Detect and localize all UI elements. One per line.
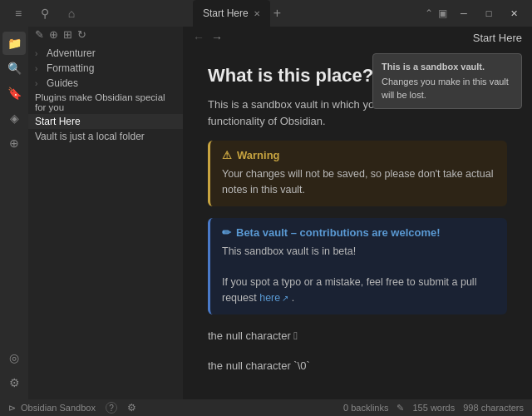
pencil-status-icon: ✎ [397,403,404,414]
null-char-1: the null character   [208,328,507,345]
null-char-1-text: the null character   [208,329,298,342]
tree-item-label: Vault is just a local folder [35,131,145,142]
hamburger-icon[interactable]: ≡ [7,2,30,25]
warning-title-text: Warning [237,149,280,161]
sidebar-icon-bar: 📁 🔍 🔖 ◈ ⊕ ◎ ⚙ [0,27,28,399]
null-char-2: the null character `\0` [208,358,507,375]
status-right: 0 backlinks ✎ 155 words 998 characters [343,403,524,414]
arrow-icon: › [35,49,43,58]
tree-item-start-here[interactable]: Start Here [28,114,183,129]
tab-bar: Start Here ✕ + [193,0,421,27]
tooltip-line2: Changes you make in this vault will be l… [382,76,513,102]
minimize-button[interactable]: ─ [452,5,475,22]
window-controls: ⌃ ▣ ─ □ ✕ [425,5,525,22]
layout-icon[interactable]: ▣ [435,6,451,21]
tree-item-adventurer[interactable]: › Adventurer [28,46,183,61]
beta-callout: ✏ Beta vault – contributions are welcome… [208,218,507,314]
status-left: ⊳ Obsidian Sandbox [8,403,96,414]
tree-item-label: Plugins make Obsidian special for you [35,92,176,112]
vault-icon: ⊳ [8,403,16,414]
file-tree-toolbar: ✎ ⊕ ⊞ ↻ [28,27,183,42]
title-bar: ≡ ⚲ ⌂ Start Here ✕ + ⌃ ▣ ─ □ ✕ [0,0,532,27]
tree-item-formatting[interactable]: › Formatting [28,61,183,76]
close-button[interactable]: ✕ [502,5,525,22]
main-layout: 📁 🔍 🔖 ◈ ⊕ ◎ ⚙ ✎ ⊕ ⊞ ↻ › Adventurer › For… [0,27,532,399]
sidebar-item-tags[interactable]: ⊕ [2,131,26,155]
char-count-status: 998 characters [463,403,524,413]
new-folder-icon[interactable]: ⊕ [49,28,58,41]
arrow-icon: › [35,64,43,73]
tree-item-label: Formatting [47,62,94,74]
file-tree: ✎ ⊕ ⊞ ↻ › Adventurer › Formatting › Guid… [28,27,183,399]
sandbox-tooltip: This is a sandbox vault. Changes you mak… [372,53,522,109]
word-count-status: 155 words [412,403,455,413]
arrow-icon: › [35,79,43,88]
tree-item-guides[interactable]: › Guides [28,76,183,91]
maximize-button[interactable]: □ [477,5,500,22]
content-area: ← → Start Here This is a sandbox vault. … [183,27,532,399]
tree-item-label: Start Here [35,116,81,127]
settings-button[interactable]: ⚙ [127,402,136,414]
sidebar-item-search[interactable]: 🔍 [2,57,26,80]
sort-icon[interactable]: ⊞ [63,28,72,41]
sidebar-item-bookmarks[interactable]: 🔖 [2,82,26,105]
tree-item-label: Guides [47,77,78,89]
add-tab-button[interactable]: + [273,6,281,21]
beta-callout-body: This sandbox vault is in beta! If you sp… [222,244,495,306]
beta-callout-title: ✏ Beta vault – contributions are welcome… [222,226,495,239]
warning-callout: ⚠ Warning Your changes will not be saved… [208,141,507,206]
chevron-icon: ⌃ [425,7,433,19]
beta-body-1: This sandbox vault is in beta! [222,245,356,257]
beta-body-3: . [292,292,294,304]
status-bar: ⊳ Obsidian Sandbox ? ⚙ 0 backlinks ✎ 155… [0,399,532,416]
here-link[interactable]: here [259,292,288,304]
tab-label: Start Here [203,7,249,19]
vault-name: Obsidian Sandbox [21,403,96,413]
refresh-icon[interactable]: ↻ [77,28,86,41]
sidebar-item-files[interactable]: 📁 [2,32,26,55]
tree-item-label: Adventurer [47,47,96,59]
title-bar-left: ≡ ⚲ ⌂ [7,2,190,25]
null-char-2-text: the null character `\0` [208,359,310,372]
help-icon[interactable]: ◎ [2,346,26,369]
help-button[interactable]: ? [106,402,117,414]
tab-close-icon[interactable]: ✕ [254,9,260,18]
backlinks-status[interactable]: 0 backlinks [343,403,388,413]
content-toolbar: ← → Start Here This is a sandbox vault. … [183,27,532,48]
back-button[interactable]: ← [193,31,204,44]
beta-title-text: Beta vault – contributions are welcome! [236,226,441,239]
search-icon[interactable]: ⚲ [33,2,57,25]
warning-callout-title: ⚠ Warning [222,149,495,161]
warning-callout-body: Your changes will not be saved, so pleas… [222,166,495,198]
warning-icon: ⚠ [222,149,232,161]
settings-icon[interactable]: ⚙ [2,371,26,394]
content-page-title: Start Here [473,32,522,44]
tree-item-vault[interactable]: Vault is just a local folder [28,129,183,144]
tooltip-line1: This is a sandbox vault. [382,61,513,73]
bookmark-icon[interactable]: ⌂ [60,2,83,25]
tree-item-plugins[interactable]: Plugins make Obsidian special for you [28,91,183,114]
sidebar-item-graph[interactable]: ◈ [2,106,26,130]
forward-button[interactable]: → [211,31,223,44]
new-note-icon[interactable]: ✎ [35,28,44,41]
tooltip-area: Start Here This is a sandbox vault. Chan… [473,30,522,45]
pencil-icon: ✏ [222,226,231,239]
start-here-tab[interactable]: Start Here ✕ [193,0,270,27]
